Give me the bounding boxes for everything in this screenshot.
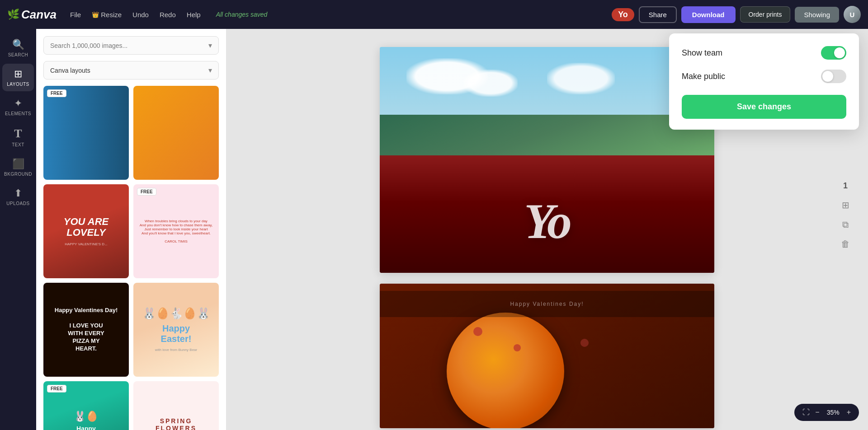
nav-right-controls: Yo Share Download Order prints Showing U [612,6,861,23]
zoom-level: 35% [825,409,841,416]
help-menu[interactable]: Help [182,8,205,21]
showing-popup: Show team Make public Save changes [669,33,859,130]
share-button[interactable]: Share [639,6,677,23]
sidebar-elements-label: ELEMENTS [5,111,31,116]
template-card[interactable]: 🐰🥚 HappyEaster! WITH LOVE FROM THE STEVE… [43,381,129,430]
layout-dropdown-label: Canva layouts [50,67,90,74]
template-card[interactable]: FREE [43,86,129,180]
sidebar-search-label: SEARCH [8,52,28,57]
template-card[interactable]: Happy Valentines Day!I LOVE YOUWITH EVER… [43,283,129,377]
make-public-toggle-knob [822,71,833,82]
template-text: HappyEaster! [161,323,192,344]
crown-icon: 👑 [92,11,99,18]
sidebar-text-label: TEXT [12,142,24,147]
sidebar-item-background[interactable]: ⬛ BKGROUND [2,154,34,181]
layout-dropdown[interactable]: Canva layouts ▾ [43,61,219,79]
uploads-icon: ⬆ [14,187,22,199]
show-team-toggle[interactable] [821,46,846,60]
zoom-out-icon[interactable]: − [815,408,819,416]
canvas-yo-text: Yo [524,193,570,250]
sidebar-layouts-label: LAYOUTS [7,82,29,87]
make-public-row: Make public [682,70,846,83]
template-card[interactable]: When troubles bring clouds to your dayAn… [133,184,219,278]
template-subtext: HAPPY VALENTINE'S D... [65,242,108,246]
show-team-toggle-knob [834,47,845,58]
template-text: HappyEaster! [75,425,97,430]
yo-badge[interactable]: Yo [612,8,634,21]
sidebar-item-uploads[interactable]: ⬆ UPLOADS [2,183,34,210]
main-menu: File 👑 Resize Undo Redo Help [66,8,205,21]
template-text: SPRINGFLOWERSIN BLOOM [155,417,198,430]
sidebar-background-label: BKGROUND [4,172,32,177]
top-navigation: 🌿 Canva File 👑 Resize Undo Redo Help All… [0,0,868,29]
canvas-background: Yo [380,47,714,273]
search-chevron-icon: ▾ [208,41,212,50]
canvas-stack: Yo Happy Valentines Day! [380,47,714,428]
save-changes-button[interactable]: Save changes [682,95,846,119]
page-indicator: 1 ⊞ ⧉ 🗑 [841,181,850,249]
undo-menu[interactable]: Undo [128,8,153,21]
avatar-initials: U [850,11,855,19]
download-button[interactable]: Download [681,6,736,23]
layouts-panel: ▾ Canva layouts ▾ FREE YOU ARELOVELY HAP… [36,29,226,430]
file-menu[interactable]: File [66,8,85,21]
copy-tool-icon[interactable]: ⧉ [842,220,849,230]
template-card[interactable]: 🐰🥚🐇🥚🐰 HappyEaster! with love from Bunny … [133,283,219,377]
canvas-page-2[interactable]: Happy Valentines Day! [380,284,714,428]
make-public-label: Make public [682,72,725,81]
template-grid: FREE YOU ARELOVELY HAPPY VALENTINE'S D..… [43,86,219,430]
free-badge: FREE [47,89,66,97]
sidebar-item-layouts[interactable]: ⊞ LAYOUTS [2,64,34,91]
left-sidebar: 🔍 SEARCH ⊞ LAYOUTS ✦ ELEMENTS T TEXT ⬛ B… [0,29,36,430]
search-input[interactable] [50,42,208,49]
order-prints-button[interactable]: Order prints [740,6,791,23]
template-card[interactable] [133,86,219,180]
template-card[interactable]: SPRINGFLOWERSIN BLOOM [133,381,219,430]
canva-logo-text: Canva [21,8,57,22]
resize-menu[interactable]: 👑 Resize [87,8,126,21]
showing-button[interactable]: Showing [795,7,839,23]
template-text: YOU ARELOVELY [64,216,108,238]
present-icon[interactable]: ⛶ [802,408,810,416]
template-text: When troubles bring clouds to your dayAn… [135,215,217,248]
sidebar-item-elements[interactable]: ✦ ELEMENTS [2,93,34,121]
make-public-toggle[interactable] [821,70,846,83]
page-number: 1 [843,181,848,191]
sidebar-item-search[interactable]: 🔍 SEARCH [2,34,34,62]
sidebar-uploads-label: UPLOADS [6,201,29,206]
layouts-icon: ⊞ [14,68,22,80]
dropdown-chevron-icon: ▾ [208,66,212,75]
logo[interactable]: 🌿 Canva [7,8,57,22]
grid-tool-icon[interactable]: ⊞ [842,200,849,210]
canva-logo-icon: 🌿 [7,9,19,20]
search-bar[interactable]: ▾ [43,36,219,55]
delete-tool-icon[interactable]: 🗑 [841,239,850,249]
template-text: Happy Valentines Day!I LOVE YOUWITH EVER… [55,307,118,352]
resize-label: Resize [101,11,122,19]
elements-icon: ✦ [14,98,22,109]
pizza-background: Happy Valentines Day! [380,284,714,428]
free-badge: FREE [137,188,156,196]
auto-save-status: All changes saved [216,11,609,18]
background-icon: ⬛ [12,158,24,170]
canvas-page-1[interactable]: Yo [380,47,714,273]
user-avatar[interactable]: U [844,6,861,23]
template-card[interactable]: YOU ARELOVELY HAPPY VALENTINE'S D... [43,184,129,278]
zoom-in-icon[interactable]: + [847,408,851,416]
search-icon: 🔍 [12,39,24,51]
text-icon: T [14,127,22,140]
show-team-row: Show team [682,46,846,60]
zoom-bar: ⛶ − 35% + [794,404,859,421]
free-badge: FREE [47,385,66,393]
redo-menu[interactable]: Redo [155,8,180,21]
show-team-label: Show team [682,48,722,58]
sidebar-item-text[interactable]: T TEXT [2,122,34,152]
